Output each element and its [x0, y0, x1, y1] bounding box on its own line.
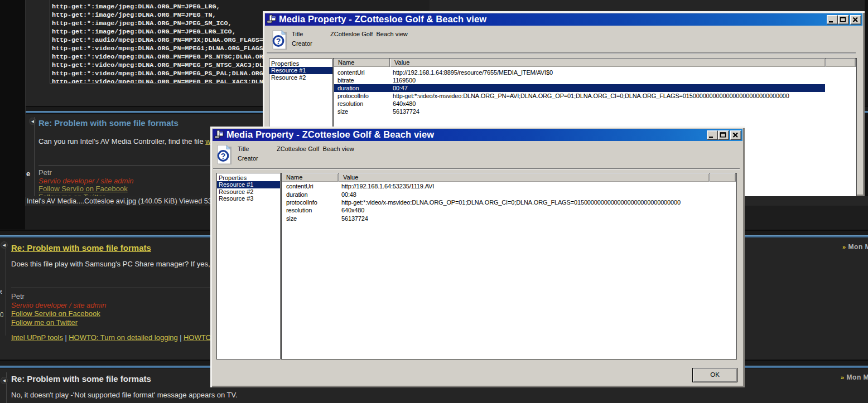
- svg-text:?: ?: [276, 37, 281, 46]
- svg-text:?: ?: [221, 152, 226, 161]
